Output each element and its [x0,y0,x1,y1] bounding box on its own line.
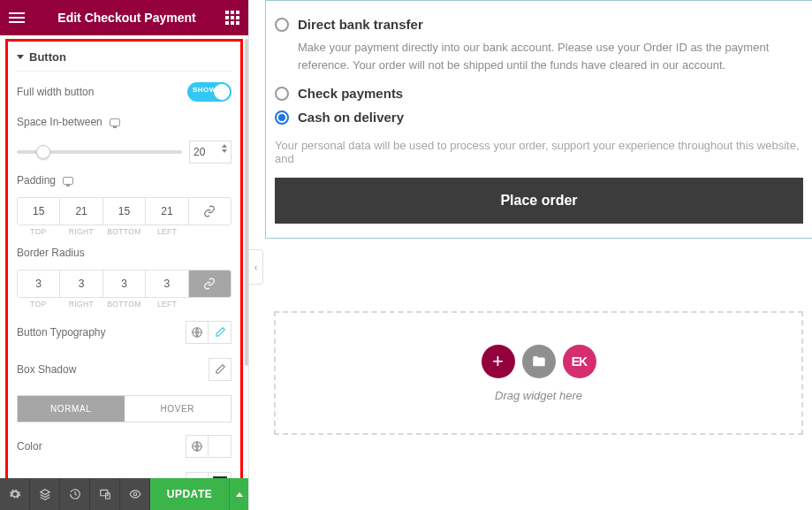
padding-left-input[interactable] [146,198,187,225]
history-button[interactable] [60,478,90,510]
settings-button[interactable] [0,478,30,510]
payment-option-check[interactable]: Check payments [275,86,803,101]
globe-icon [191,326,203,339]
caret-down-icon [17,55,24,59]
link-icon [203,278,216,290]
radio-selected-icon[interactable] [275,110,289,125]
plus-icon: + [492,350,504,373]
padding-right-input[interactable] [60,198,102,225]
fullwidth-toggle[interactable]: SHOW [187,82,231,102]
typography-edit-button[interactable] [209,321,231,344]
template-library-button[interactable] [522,345,556,378]
background-label: Background [17,477,73,478]
padding-link-toggle[interactable] [189,198,231,225]
pencil-icon [214,326,226,339]
padding-bottom-input[interactable] [103,198,145,225]
menu-icon[interactable] [9,12,28,23]
pencil-icon [214,363,226,376]
privacy-text: Your personal data will be used to proce… [275,130,803,178]
panel-scrollbar[interactable] [245,39,248,475]
section-title: Button [29,50,66,64]
cap-left: LEFT [146,227,189,236]
radio-icon[interactable] [275,18,289,32]
radius-bottom-input[interactable] [103,270,145,297]
responsive-button[interactable] [90,478,120,510]
widget-dropzone[interactable]: + EK Drag widget here [274,311,803,435]
cap-right: RIGHT [60,227,103,236]
panel-title: Edit Checkout Payment [28,11,225,25]
caret-up-icon [236,492,243,497]
desktop-icon[interactable] [110,118,120,126]
panel-footer: UPDATE [0,478,248,510]
navigator-button[interactable] [30,478,60,510]
apps-icon[interactable] [225,11,239,25]
eye-icon [129,488,141,500]
space-label: Space In-between [17,116,102,128]
update-button[interactable]: UPDATE [150,478,229,510]
shadow-label: Box Shadow [17,363,76,376]
dropzone-label: Drag widget here [495,389,582,402]
radius-left-input[interactable] [146,270,187,297]
gear-icon [9,488,21,500]
space-slider[interactable] [17,150,182,154]
color-label: Color [17,440,42,453]
collapse-panel-button[interactable]: ‹ [249,249,263,285]
tab-hover[interactable]: HOVER [125,396,231,422]
ek-templates-button[interactable]: EK [563,345,596,378]
section-button-header[interactable]: Button [17,42,231,72]
padding-label: Padding [17,174,56,186]
color-global-button[interactable] [186,435,209,458]
typography-global-button[interactable] [186,321,209,344]
stepper-icon[interactable] [222,144,227,153]
color-swatch[interactable] [209,435,231,458]
tab-normal[interactable]: NORMAL [18,396,125,422]
cap-top: TOP [17,300,60,308]
background-swatch[interactable] [209,472,231,478]
panel-header: Edit Checkout Payment [0,0,248,35]
svg-point-5 [133,492,137,496]
checkout-payment-widget[interactable]: Direct bank transfer Make your payment d… [265,0,812,239]
preview-button[interactable] [120,478,150,510]
cap-bottom: BOTTOM [102,227,146,236]
radio-icon[interactable] [275,87,289,101]
cap-left: LEFT [146,300,189,308]
cap-bottom: BOTTOM [102,300,146,308]
link-icon [203,205,216,217]
ek-icon: EK [572,354,587,369]
payment-option-bank[interactable]: Direct bank transfer [275,17,803,32]
globe-icon [191,440,203,453]
payment-option-cod[interactable]: Cash on delivery [275,110,803,125]
highlighted-section: Button Full width button SHOW Space In-b… [5,39,243,478]
payment-label: Check payments [298,86,403,101]
padding-top-input[interactable] [18,198,59,225]
responsive-icon [99,488,111,500]
background-global-button[interactable] [186,472,209,478]
payment-label: Cash on delivery [298,110,404,125]
canvas: ‹ Direct bank transfer Make your payment… [249,0,812,510]
cap-right: RIGHT [60,300,103,308]
globe-icon [191,477,203,478]
update-options-button[interactable] [229,478,248,510]
radius-top-input[interactable] [18,270,59,297]
history-icon [69,488,81,500]
payment-label: Direct bank transfer [298,17,423,32]
shadow-edit-button[interactable] [209,358,231,381]
toggle-label: SHOW [193,86,216,94]
place-order-button[interactable]: Place order [275,178,803,224]
layers-icon [39,488,51,500]
folder-icon [531,354,547,369]
add-section-button[interactable]: + [482,345,515,378]
desktop-icon[interactable] [63,177,73,185]
panel-body: Button Full width button SHOW Space In-b… [0,35,248,478]
cap-top: TOP [17,227,60,236]
radius-right-input[interactable] [60,270,102,297]
radius-link-toggle[interactable] [189,270,231,297]
space-value-input[interactable]: 20 [189,141,231,164]
radius-label: Border Radius [17,247,85,259]
fullwidth-label: Full width button [17,86,94,98]
typography-label: Button Typography [17,326,106,339]
payment-description: Make your payment directly into our bank… [275,37,803,82]
